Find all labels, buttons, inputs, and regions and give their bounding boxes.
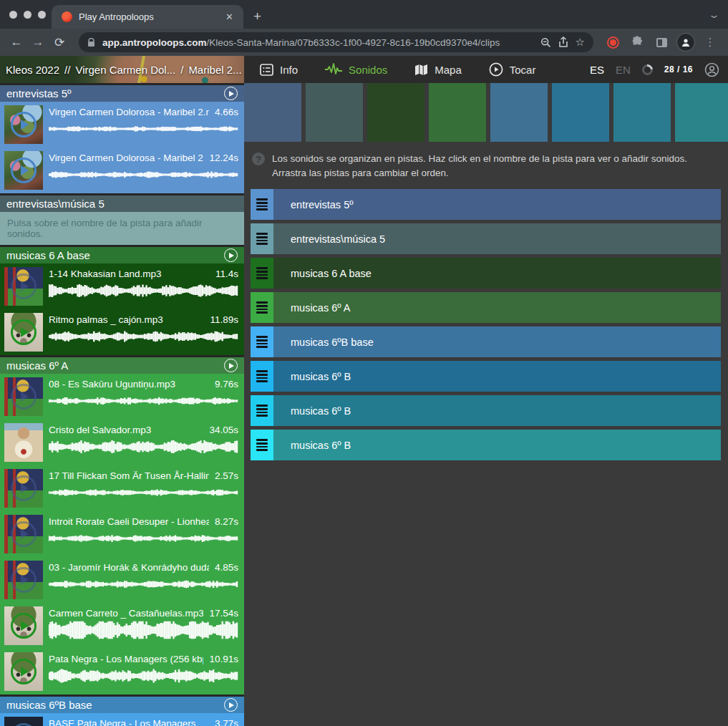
map-preview-strip[interactable]: Kleos 2022 // Virgen Carmen Dol... / Mar… (0, 56, 244, 83)
breadcrumb-item[interactable]: Maribel 2... (188, 64, 241, 76)
clip-waveform[interactable] (49, 575, 238, 594)
nav-tab-info[interactable]: Info (260, 64, 298, 76)
nav-tab-tocar[interactable]: Tocar (489, 62, 536, 77)
track-color-swatch[interactable] (244, 83, 301, 142)
language-en[interactable]: EN (616, 64, 631, 76)
breadcrumb-group[interactable]: Virgen Carmen Dol... (75, 64, 175, 76)
track-color-swatch[interactable] (490, 83, 548, 142)
tab-search-chevron-icon[interactable]: ⌄ (708, 9, 720, 20)
track-color-swatch[interactable] (429, 83, 486, 142)
macos-traffic-lights[interactable] (9, 11, 46, 19)
track-row-body[interactable]: musicas 6º B (273, 395, 721, 426)
clip-play-icon[interactable] (11, 158, 37, 183)
track-row[interactable]: entrevistas\música 5 (251, 223, 721, 254)
clip-waveform[interactable] (49, 392, 238, 410)
track-section-header[interactable]: musicas 6 A base (0, 247, 244, 263)
track-drag-handle[interactable] (251, 189, 273, 220)
audio-clip[interactable]: Ritmo palmas _ cajón.mp311.89s (0, 309, 244, 355)
audio-clip[interactable]: Pata Negra - Los Managers (256 kbps).mp3… (0, 649, 244, 694)
audio-clip[interactable]: Virgen Carmen Dolorosa - Maribel 2.mp34.… (0, 102, 244, 147)
track-play-button[interactable] (224, 359, 238, 372)
extensions-puzzle-icon[interactable] (626, 32, 648, 53)
new-tab-button[interactable]: + (253, 9, 261, 24)
track-row[interactable]: musicas 6º B (251, 430, 721, 460)
back-button[interactable]: ← (7, 35, 26, 49)
zoom-page-icon[interactable] (540, 37, 551, 48)
track-row-body[interactable]: musicas 6º B (273, 361, 721, 392)
audio-clip[interactable]: 1-14 Khakasian Land.mp311.4s (0, 263, 244, 309)
clip-play-icon[interactable] (11, 723, 37, 726)
clip-waveform[interactable] (49, 483, 238, 502)
clip-play-icon[interactable] (11, 567, 37, 593)
clip-play-icon[interactable] (11, 659, 37, 684)
clip-waveform[interactable] (49, 529, 238, 548)
browser-tab[interactable]: Play Antropoloops ✕ (52, 5, 243, 29)
track-section-header[interactable]: entrevistas\música 5 (0, 195, 244, 212)
track-row[interactable]: musicas 6º B (251, 361, 721, 392)
address-bar[interactable]: app.antropoloops.com/Kleos-Santa-Marina/… (79, 32, 593, 52)
track-play-button[interactable] (224, 248, 238, 262)
audio-clip[interactable]: Carmen Carreto _ Castañuelas.mp317.54s (0, 603, 244, 649)
clip-play-icon[interactable] (11, 521, 37, 547)
language-es[interactable]: ES (590, 64, 604, 76)
browser-menu-icon[interactable]: ⋮ (699, 32, 721, 53)
clip-play-icon[interactable] (11, 319, 37, 345)
nav-tab-sonidos[interactable]: Sonidos (325, 63, 387, 76)
audio-clip[interactable]: 17 Till Flickan Som Är Tusen År-Halling … (0, 465, 244, 511)
track-drag-handle[interactable] (251, 395, 273, 426)
clip-play-icon[interactable] (11, 613, 37, 639)
share-icon[interactable] (558, 37, 568, 48)
clip-waveform[interactable] (49, 120, 238, 138)
audio-clip[interactable]: Virgen Carmen Dolorosa - Maribel 2.mp312… (0, 147, 244, 193)
account-icon[interactable] (704, 62, 719, 77)
track-drag-handle[interactable] (251, 326, 273, 357)
reload-button[interactable]: ⟳ (50, 35, 69, 50)
track-drag-handle[interactable] (251, 361, 273, 392)
track-section-header[interactable]: entrevistas 5º (0, 85, 244, 102)
track-section-header[interactable]: musicas 6ºB base (0, 697, 244, 713)
track-row[interactable]: musicas 6º B (251, 395, 721, 426)
side-panel-icon[interactable] (651, 32, 672, 53)
bookmark-star-icon[interactable]: ☆ (576, 36, 585, 49)
clip-play-icon[interactable] (11, 112, 37, 137)
track-row-body[interactable]: musicas 6 A base (273, 258, 721, 289)
track-color-swatch[interactable] (552, 83, 609, 142)
clip-play-icon[interactable] (11, 384, 37, 410)
track-row[interactable]: entrevistas 5º (251, 189, 721, 220)
track-row-body[interactable]: musicas 6ºB base (273, 326, 721, 357)
forward-button[interactable]: → (29, 35, 47, 49)
clips-sidebar[interactable]: entrevistas 5ºVirgen Carmen Dolorosa - M… (0, 83, 244, 726)
track-row[interactable]: musicas 6 A base (251, 258, 721, 289)
track-drag-handle[interactable] (251, 223, 273, 254)
window-zoom-button[interactable] (38, 11, 46, 19)
profile-avatar[interactable] (675, 32, 697, 53)
track-drag-handle[interactable] (251, 292, 273, 323)
audio-clip[interactable]: 08 - Es Sakūru Uguntiņu.mp39.76s (0, 374, 244, 420)
clip-waveform[interactable] (49, 281, 238, 300)
track-section-header[interactable]: musicas 6º A (0, 357, 244, 374)
clip-waveform[interactable] (49, 667, 238, 685)
track-row-body[interactable]: musicas 6º A (273, 292, 721, 323)
track-play-button[interactable] (224, 698, 238, 712)
breadcrumb-project[interactable]: Kleos 2022 (6, 64, 59, 76)
nav-tab-mapa[interactable]: Mapa (414, 64, 462, 76)
clip-waveform[interactable] (49, 437, 238, 456)
clip-play-icon[interactable] (11, 274, 37, 299)
track-row-body[interactable]: musicas 6º B (273, 430, 721, 460)
track-row[interactable]: musicas 6º A (251, 292, 721, 323)
track-row-body[interactable]: entrevistas\música 5 (273, 223, 721, 254)
clip-waveform[interactable] (49, 327, 238, 346)
tab-close-icon[interactable]: ✕ (223, 10, 236, 24)
record-extension-icon[interactable] (602, 32, 623, 53)
track-color-swatch[interactable] (306, 83, 363, 142)
lock-icon[interactable] (87, 38, 95, 47)
audio-clip[interactable]: BASE Pata Negra - Los Managers3.77s (0, 713, 244, 726)
clip-waveform[interactable] (49, 621, 238, 639)
window-minimize-button[interactable] (24, 11, 31, 19)
track-color-swatch[interactable] (367, 83, 424, 142)
track-color-swatch[interactable] (613, 83, 671, 142)
track-drag-handle[interactable] (251, 430, 273, 460)
clip-play-icon[interactable] (11, 475, 37, 501)
window-close-button[interactable] (9, 11, 17, 19)
track-row-body[interactable]: entrevistas 5º (273, 189, 721, 220)
